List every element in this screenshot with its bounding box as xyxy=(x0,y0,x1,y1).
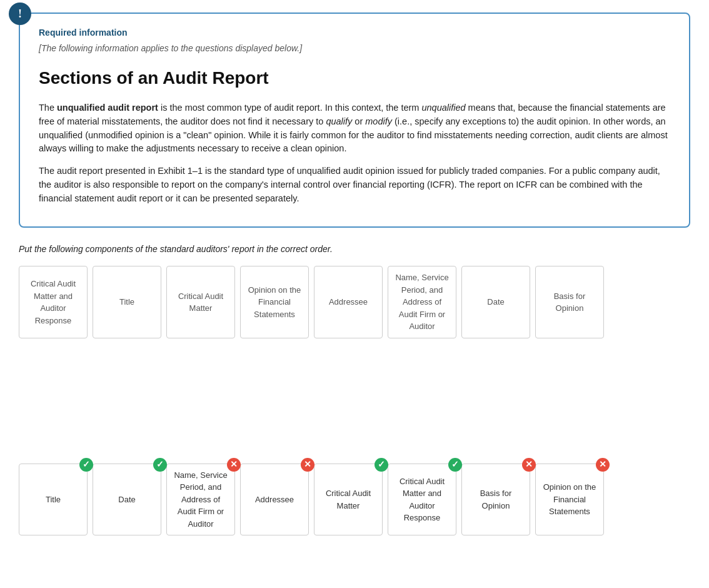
paragraph-1: The unqualified audit report is the most… xyxy=(39,101,670,156)
source-tile[interactable]: Basis for Opinion xyxy=(535,266,604,338)
answer-tile[interactable]: ✕Addressee xyxy=(240,464,309,536)
answer-tile[interactable]: ✓Critical Audit Matter xyxy=(314,464,383,536)
source-tile[interactable]: Date xyxy=(461,266,530,338)
answer-tile-label: Name, Service Period, and Address of Aud… xyxy=(172,469,229,530)
required-info-label: Required information xyxy=(39,26,670,39)
answer-tile-label: Date xyxy=(118,494,135,506)
page-wrapper: ! Required information [The following in… xyxy=(0,0,709,548)
info-icon: ! xyxy=(9,3,31,25)
answer-tiles-area: ✓Title✓Date✕Name, Service Period, and Ad… xyxy=(19,464,690,536)
answer-tile-label: Critical Audit Matter and Auditor Respon… xyxy=(393,475,451,524)
answer-tile-label: Title xyxy=(46,494,61,506)
answer-tile[interactable]: ✕Opinion on the Financial Statements xyxy=(535,464,604,536)
source-tiles-area: Critical Audit Matter and Auditor Respon… xyxy=(19,266,690,338)
answer-tile-label: Addressee xyxy=(255,494,294,506)
correct-badge: ✓ xyxy=(153,458,167,472)
section-title: Sections of an Audit Report xyxy=(39,65,670,91)
incorrect-badge: ✕ xyxy=(227,458,241,472)
answer-tile-label: Basis for Opinion xyxy=(467,487,525,512)
answer-tile[interactable]: ✓Date xyxy=(93,464,161,536)
source-tile[interactable]: Name, Service Period, and Address of Aud… xyxy=(388,266,456,338)
answer-tile[interactable]: ✕Basis for Opinion xyxy=(461,464,530,536)
answer-tile[interactable]: ✓Critical Audit Matter and Auditor Respo… xyxy=(388,464,456,536)
bold-unqualified: unqualified audit report xyxy=(57,103,158,113)
source-tile[interactable]: Opinion on the Financial Statements xyxy=(240,266,309,338)
correct-badge: ✓ xyxy=(375,458,388,472)
answer-tile-label: Opinion on the Financial Statements xyxy=(541,481,598,518)
incorrect-badge: ✕ xyxy=(522,458,536,472)
answer-tile[interactable]: ✕Name, Service Period, and Address of Au… xyxy=(166,464,235,536)
answer-tile[interactable]: ✓Title xyxy=(19,464,88,536)
italic-unqualified: unqualified xyxy=(421,103,465,113)
correct-badge: ✓ xyxy=(448,458,462,472)
incorrect-badge: ✕ xyxy=(596,458,610,472)
question-text: Put the following components of the stan… xyxy=(19,243,690,256)
source-tile[interactable]: Critical Audit Matter xyxy=(166,266,235,338)
correct-badge: ✓ xyxy=(79,458,93,472)
answer-tile-label: Critical Audit Matter xyxy=(319,487,377,512)
incorrect-badge: ✕ xyxy=(301,458,314,472)
italic-modify: modify xyxy=(365,116,392,126)
info-subtitle: [The following information applies to th… xyxy=(39,42,670,55)
source-tile[interactable]: Addressee xyxy=(314,266,383,338)
info-box: ! Required information [The following in… xyxy=(19,13,690,228)
source-tile[interactable]: Critical Audit Matter and Auditor Respon… xyxy=(19,266,88,338)
italic-qualify: qualify xyxy=(326,116,352,126)
paragraph-2: The audit report presented in Exhibit 1–… xyxy=(39,165,670,205)
source-tile[interactable]: Title xyxy=(93,266,161,338)
